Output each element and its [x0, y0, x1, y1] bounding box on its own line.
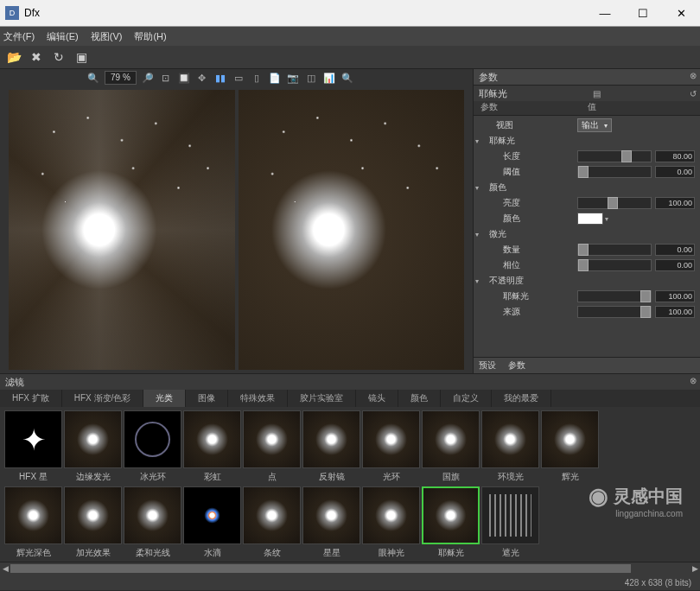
filter-thumbnail[interactable]	[4, 410, 62, 468]
op-yslight-value[interactable]: 100.00	[655, 290, 695, 302]
filter-item[interactable]: 冰光环	[124, 410, 181, 483]
filter-thumbnail[interactable]	[362, 410, 420, 468]
filter-item[interactable]: 环境光	[482, 410, 538, 483]
op-source-value[interactable]: 100.00	[655, 306, 695, 318]
filter-thumbnail[interactable]	[4, 486, 62, 544]
view-select[interactable]: 输出▾	[577, 118, 612, 132]
filter-tab[interactable]: HFX 扩散	[0, 390, 62, 407]
filter-item[interactable]: 遮光	[482, 486, 538, 559]
single-icon[interactable]: ▯	[250, 71, 264, 85]
filter-thumbnail[interactable]	[481, 486, 539, 544]
filter-tab[interactable]: 胶片实验室	[288, 390, 356, 407]
footer-tab-params[interactable]: 参数	[508, 359, 525, 372]
phase-value[interactable]: 0.00	[655, 259, 695, 271]
filter-item[interactable]: 柔和光线	[124, 486, 181, 559]
filters-scrollbar[interactable]: ◀ ▶	[0, 562, 700, 575]
filter-thumbnail[interactable]	[481, 410, 539, 468]
scroll-right-icon[interactable]: ▶	[690, 562, 700, 575]
filter-thumbnail[interactable]	[362, 486, 420, 544]
op-yslight-slider[interactable]	[577, 290, 652, 302]
length-value[interactable]: 80.00	[655, 150, 695, 162]
group-opacity[interactable]: 不透明度	[489, 275, 524, 287]
preview-right[interactable]	[239, 90, 465, 370]
split-v-icon[interactable]: ▮▮	[213, 71, 227, 85]
frame-icon[interactable]: ▣	[73, 48, 90, 66]
delete-icon[interactable]: ✖	[28, 48, 45, 66]
filter-item[interactable]: 国旗	[423, 410, 479, 483]
filter-thumbnail[interactable]	[124, 410, 181, 468]
menu-icon[interactable]: ▤	[593, 89, 601, 98]
scroll-left-icon[interactable]: ◀	[0, 562, 10, 575]
filter-thumbnail[interactable]	[422, 410, 480, 468]
zoom-level[interactable]: 79 %	[105, 71, 137, 85]
filter-thumbnail[interactable]	[183, 410, 241, 468]
filter-tab[interactable]: 我的最爱	[492, 390, 551, 407]
color-swatch[interactable]	[577, 213, 603, 225]
filter-item[interactable]: 水滴	[184, 486, 240, 559]
filter-thumbnail[interactable]	[302, 486, 360, 544]
threshold-slider[interactable]	[577, 166, 652, 178]
brightness-value[interactable]: 100.00	[655, 197, 695, 209]
threshold-value[interactable]: 0.00	[655, 166, 695, 178]
filter-tab[interactable]: 图像	[186, 390, 228, 407]
filter-thumbnail[interactable]	[541, 410, 599, 468]
refresh-icon[interactable]: ↻	[50, 48, 67, 66]
filter-item[interactable]: 辉光深色	[5, 486, 61, 559]
filter-thumbnail[interactable]	[302, 410, 360, 468]
menu-view[interactable]: 视图(V)	[91, 30, 123, 43]
open-icon[interactable]: 📂	[5, 48, 22, 66]
length-slider[interactable]	[577, 150, 652, 162]
filter-tab[interactable]: 颜色	[398, 390, 441, 407]
camera-icon[interactable]: 📷	[286, 71, 300, 85]
group-shimmer[interactable]: 微光	[489, 228, 506, 240]
filters-close-icon[interactable]: ⊗	[690, 376, 697, 385]
group-color[interactable]: 颜色	[489, 181, 506, 194]
copy-icon[interactable]: 📄	[268, 71, 282, 85]
filter-item[interactable]: 眼神光	[363, 486, 419, 559]
filter-item[interactable]: 条纹	[244, 486, 300, 559]
filter-item[interactable]: 反射镜	[303, 410, 360, 483]
zoom-out-icon[interactable]: 🔎	[141, 71, 155, 85]
split-h-icon[interactable]: ▭	[232, 71, 245, 85]
menu-edit[interactable]: 编辑(E)	[47, 30, 79, 43]
filter-item[interactable]: 点	[244, 410, 300, 483]
filter-item[interactable]: 光环	[363, 410, 419, 483]
filter-tab[interactable]: 特殊效果	[228, 390, 288, 407]
phase-slider[interactable]	[577, 259, 652, 271]
chevron-down-icon[interactable]: ▾	[605, 215, 608, 223]
filter-item[interactable]: 辉光	[542, 410, 598, 483]
filter-item[interactable]: 彩虹	[184, 410, 240, 483]
preview-left[interactable]	[9, 90, 235, 370]
reset-icon[interactable]: ↺	[690, 89, 697, 98]
filter-thumbnail[interactable]	[243, 486, 301, 544]
search-icon[interactable]: 🔍	[340, 71, 354, 85]
filter-tab[interactable]: 光类	[143, 390, 186, 407]
crop-icon[interactable]: ◫	[304, 71, 318, 85]
amount-value[interactable]: 0.00	[655, 244, 695, 256]
filter-tab[interactable]: HFX 渐变/色彩	[62, 390, 144, 407]
menu-help[interactable]: 帮助(H)	[134, 30, 166, 43]
filter-item[interactable]: HFX 星	[5, 410, 61, 483]
op-source-slider[interactable]	[577, 306, 652, 318]
amount-slider[interactable]	[577, 244, 652, 256]
filter-item[interactable]: 耶稣光	[423, 486, 479, 559]
filter-tab[interactable]: 镜头	[356, 390, 398, 407]
pan-icon[interactable]: ✥	[195, 71, 209, 85]
maximize-button[interactable]: ☐	[624, 0, 662, 26]
panel-close-icon[interactable]: ⊗	[690, 71, 697, 80]
footer-tab-preset[interactable]: 预设	[479, 359, 496, 372]
actual-icon[interactable]: 🔲	[177, 71, 191, 85]
filter-item[interactable]: 星星	[303, 486, 360, 559]
group-yslight[interactable]: 耶稣光	[489, 135, 515, 147]
filter-thumbnail[interactable]	[64, 410, 122, 468]
close-button[interactable]: ✕	[662, 0, 700, 26]
zoom-in-icon[interactable]: 🔍	[86, 71, 100, 85]
filter-thumbnail[interactable]	[422, 486, 480, 544]
filter-item[interactable]: 加光效果	[65, 486, 121, 559]
filter-thumbnail[interactable]	[243, 410, 301, 468]
minimize-button[interactable]: —	[586, 0, 624, 26]
brightness-slider[interactable]	[577, 197, 652, 209]
fit-icon[interactable]: ⊡	[159, 71, 173, 85]
scrollbar-thumb[interactable]	[10, 564, 631, 573]
menu-file[interactable]: 文件(F)	[3, 30, 35, 43]
